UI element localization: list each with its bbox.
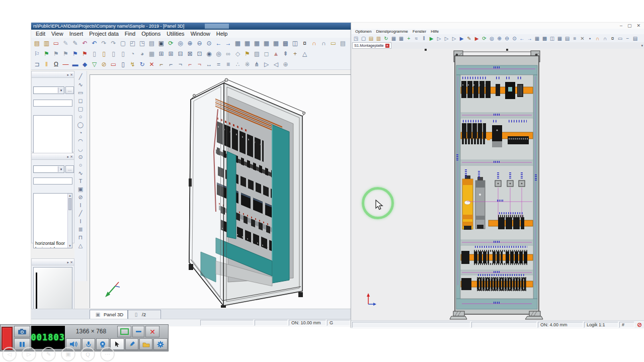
menu-item[interactable]: Window [188, 30, 213, 37]
toolbar-icon[interactable]: ⌐ [156, 60, 166, 69]
toolbar-icon[interactable]: ✎ [465, 35, 473, 42]
tab-page-2[interactable]: ▯ /2 [128, 310, 161, 319]
toolbar-icon[interactable]: ▦ [243, 39, 252, 48]
draw-tool-icon[interactable]: ⊘ [76, 193, 85, 201]
toolbar-icon[interactable]: ↷ [109, 39, 118, 48]
toolbar-icon[interactable]: ▦ [390, 35, 397, 42]
toolbar-icon[interactable]: ▦ [147, 49, 156, 58]
toolbar-icon[interactable]: → [223, 39, 233, 48]
toolbar-icon[interactable]: ▶ [458, 35, 465, 42]
draw-tool-icon[interactable]: ▣ [76, 185, 85, 193]
toolbar-icon[interactable]: ⟳ [480, 35, 488, 42]
status-layer-value[interactable]: # [619, 322, 634, 328]
close-icon[interactable]: ✕ [70, 155, 73, 158]
toolbar-icon[interactable]: ◳ [137, 39, 147, 48]
toolbar-icon[interactable]: ∩ [594, 35, 601, 42]
toolbar-icon[interactable]: ⊞ [166, 49, 176, 58]
toolbar-icon[interactable]: ▤ [32, 39, 42, 48]
toolbar-icon[interactable]: ⋔ [252, 60, 262, 69]
draw-tool-icon[interactable]: ○ [76, 161, 85, 169]
left-window-titlebar[interactable]: rs\Public\EPLAN\Data\Projects\Company na… [31, 23, 351, 30]
menu-item[interactable]: Utilities [164, 30, 187, 37]
draw-tool-icon[interactable]: T [76, 177, 85, 185]
toolbar-icon[interactable]: ⚑ [243, 49, 252, 58]
toolbar-icon[interactable]: + [290, 49, 300, 58]
ghost-control-icon[interactable]: ◁ [2, 347, 17, 361]
menu-item[interactable]: View [49, 30, 66, 37]
toolbar-icon[interactable]: △ [300, 49, 309, 58]
close-icon[interactable]: ✕ [70, 73, 73, 76]
toolbar-icon[interactable]: ↯ [128, 60, 137, 69]
tab-overflow-icon[interactable]: ▾ [641, 44, 643, 48]
toolbar-icon[interactable]: ⚑ [70, 49, 80, 58]
toolbar-icon[interactable]: ▣ [156, 39, 166, 48]
draw-tool-icon[interactable]: ╱ [76, 209, 85, 217]
ghost-control-icon[interactable]: Q [80, 347, 95, 361]
toolbar-icon[interactable]: ¬ [176, 60, 185, 69]
tab-montageplatte[interactable]: S1.Montageplatte ✕ [352, 42, 391, 49]
draw-tool-icon[interactable]: ▢ [76, 105, 85, 113]
toolbar-icon[interactable]: ▪ [586, 35, 594, 42]
draw-tool-icon[interactable]: ◯ [76, 121, 85, 129]
toolbar-icon[interactable]: ✕ [147, 60, 156, 69]
toolbar-icon[interactable]: ◎ [488, 35, 496, 42]
toolbar-icon[interactable]: ▯ [109, 49, 118, 58]
toolbar-icon[interactable]: ▭ [51, 39, 61, 48]
toolbar-icon[interactable]: ⊖ [195, 39, 204, 48]
toolbar-icon[interactable]: − [624, 35, 631, 42]
toolbar-icon[interactable]: ▤ [147, 39, 156, 48]
close-icon[interactable]: ✕ [636, 23, 640, 28]
toolbar-icon[interactable]: ▯ [118, 49, 128, 58]
toolbar-icon[interactable]: + [405, 35, 413, 42]
toolbar-icon[interactable]: ▦ [233, 39, 243, 48]
menu-item[interactable]: Hilfe [429, 29, 441, 34]
draw-tool-icon[interactable]: ◔ [76, 129, 85, 137]
toolbar-icon[interactable]: ▦ [397, 35, 405, 42]
toolbar-icon[interactable]: ◻ [262, 49, 271, 58]
toolbar-icon[interactable]: ◫ [290, 39, 300, 48]
toolbar-icon[interactable]: ⊕ [281, 60, 290, 69]
toolbar-icon[interactable]: ▩ [541, 35, 548, 42]
draw-tool-button[interactable] [125, 338, 138, 350]
draw-tool-icon[interactable]: ∿ [76, 80, 85, 88]
toolbar-icon[interactable]: ⊡ [195, 49, 204, 58]
close-recorder-button[interactable]: ✕ [145, 326, 159, 337]
menu-item[interactable]: Edit [33, 30, 48, 37]
toolbar-icon[interactable]: ◎ [176, 39, 185, 48]
ghost-control-icon[interactable]: ✎ [41, 347, 56, 361]
toolbar-icon[interactable]: ▤ [564, 35, 571, 42]
toolbar-icon[interactable]: ✎ [61, 39, 70, 48]
toolbar-icon[interactable]: ▤ [631, 35, 639, 42]
ghost-control-icon[interactable]: ▷ [22, 347, 36, 361]
draw-tool-icon[interactable]: ≣ [76, 225, 85, 233]
toolbar-icon[interactable]: — [61, 60, 70, 69]
toolbar-icon[interactable]: ⊠ [185, 49, 195, 58]
toolbar-icon[interactable]: ▽ [90, 60, 99, 69]
category-combobox[interactable]: ▾ [33, 165, 64, 173]
toolbar-icon[interactable]: ← [214, 39, 223, 48]
toolbar-icon[interactable]: ⊙ [511, 35, 518, 42]
draw-tool-icon[interactable]: I [76, 201, 85, 209]
toolbar-icon[interactable]: ⊖ [503, 35, 511, 42]
toolbar-icon[interactable]: ▶ [428, 35, 435, 42]
toolbar-icon[interactable]: ¬ [195, 60, 204, 69]
toolbar-icon[interactable]: ↻ [137, 60, 147, 69]
search-input[interactable] [33, 100, 72, 107]
toolbar-icon[interactable]: ⊘ [99, 60, 109, 69]
toolbar-icon[interactable]: Ω [51, 60, 61, 69]
menu-item[interactable]: Options [139, 30, 163, 37]
toolbar-icon[interactable]: ▦ [556, 35, 564, 42]
draw-tool-icon[interactable]: ⊓ [76, 233, 85, 241]
toolbar-icon[interactable]: ≡ [571, 35, 579, 42]
toolbar-icon[interactable]: ◆ [80, 60, 90, 69]
menu-item[interactable]: Dienstprogramme [374, 29, 410, 34]
menu-item[interactable]: Optionen [353, 29, 373, 34]
toolbar-icon[interactable]: ▷ [435, 35, 443, 42]
parts-list-item[interactable]: horizontal floor [34, 241, 68, 246]
toolbar-icon[interactable]: ⟳ [166, 39, 176, 48]
toolbar-icon[interactable]: ✕ [579, 35, 586, 42]
toolbar-icon[interactable]: ↶ [90, 39, 99, 48]
draw-tool-icon[interactable]: ◡ [76, 145, 85, 153]
draw-tool-icon[interactable]: I [76, 217, 85, 225]
pin-icon[interactable]: ▸ [67, 155, 69, 158]
